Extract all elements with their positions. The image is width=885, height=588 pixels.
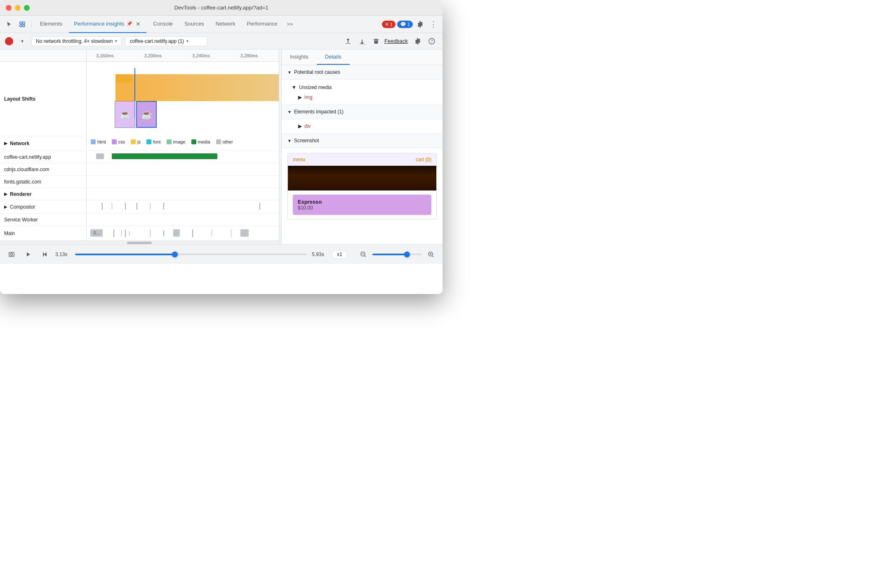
img-link[interactable]: img xyxy=(304,94,312,100)
zoom-in-button[interactable] xyxy=(425,249,437,260)
unsized-media-header[interactable]: ▼ Unsized media xyxy=(292,82,437,93)
legend-font: font xyxy=(146,139,160,144)
service-worker-row: Service Worker xyxy=(0,214,279,226)
settings-button[interactable] xyxy=(414,19,426,30)
dropdown-arrow-icon: ▾ xyxy=(115,39,117,43)
download-button[interactable] xyxy=(356,35,368,47)
screenshot-nav-bar: menu cart (0) xyxy=(288,153,436,166)
compositor-label: ▶ Compositor xyxy=(0,200,87,213)
compositor-ticks xyxy=(87,200,279,212)
potential-arrow-icon: ▼ xyxy=(287,70,292,75)
scrollbar-handle[interactable] xyxy=(127,242,152,244)
cdnjs-data[interactable] xyxy=(87,163,279,174)
tab-performance[interactable]: Performance xyxy=(242,16,282,33)
svg-text:?: ? xyxy=(431,39,433,44)
tab-sources[interactable]: Sources xyxy=(179,16,209,33)
div-link[interactable]: div xyxy=(304,123,311,129)
legend-js: js xyxy=(131,139,141,144)
devtools-toolbar: Elements Performance insights 📌 ✕ Consol… xyxy=(0,16,442,33)
renderer-row: ▶ Renderer xyxy=(0,188,279,200)
svg-point-8 xyxy=(11,253,13,255)
elements-arrow-icon: ▼ xyxy=(287,110,292,114)
layout-shift-box2[interactable]: ☕ xyxy=(136,101,157,128)
tab-close-button[interactable]: ✕ xyxy=(135,21,141,27)
coffee-cart-label: coffee-cart.netlify.app xyxy=(0,151,87,163)
timestamp-2: 3,200ms xyxy=(144,53,162,58)
screenshot-arrow-icon: ▼ xyxy=(287,139,292,143)
renderer-data[interactable] xyxy=(87,188,279,200)
tab-insights[interactable]: Insights xyxy=(282,49,317,65)
time-slider[interactable] xyxy=(75,254,307,255)
elements-impacted-header[interactable]: ▼ Elements impacted (1) xyxy=(282,105,442,119)
dropdown-arrow-button[interactable]: ▾ xyxy=(16,35,28,47)
zoom-slider[interactable] xyxy=(372,254,422,255)
tab-performance-insights[interactable]: Performance insights 📌 ✕ xyxy=(69,16,146,33)
help-button[interactable]: ? xyxy=(426,35,438,47)
html-color xyxy=(91,139,96,144)
more-options-button[interactable]: ⋮ xyxy=(428,19,439,30)
tick-3 xyxy=(125,203,126,209)
main-task-r: R... xyxy=(90,229,103,237)
tab-details[interactable]: Details xyxy=(317,49,350,65)
end-time-label: 5.93s xyxy=(312,252,327,257)
network-legend-row: ▶ Network html css xyxy=(0,136,279,151)
potential-root-causes-header[interactable]: ▼ Potential root causes xyxy=(282,65,442,80)
timeline-scrollbar[interactable] xyxy=(0,241,279,244)
url-dropdown[interactable]: coffee-cart.netlify.app (1) ▾ xyxy=(125,36,207,46)
toolbar-divider xyxy=(31,20,32,28)
close-button[interactable] xyxy=(6,5,12,11)
compositor-expand-icon: ▶ xyxy=(4,205,7,209)
feedback-button[interactable]: Feedback xyxy=(384,38,408,44)
legend-media: media xyxy=(191,139,210,144)
play-button[interactable] xyxy=(22,249,34,260)
renderer-expand-arrow: ▶ xyxy=(4,192,7,196)
url-dropdown-arrow-icon: ▾ xyxy=(186,39,188,43)
window-frame: DevTools - coffee-cart.netlify.app/?ad=1… xyxy=(0,0,442,264)
details-content: ▼ Potential root causes ▼ Unsized media … xyxy=(282,65,442,244)
screenshot-mode-button[interactable] xyxy=(6,249,17,260)
throttling-dropdown[interactable]: No network throttling, 4× slowdown ▾ xyxy=(31,36,122,46)
fonts-data[interactable] xyxy=(87,176,279,186)
inspect-tool-button[interactable] xyxy=(16,19,28,30)
delete-button[interactable] xyxy=(370,35,382,47)
network-bar-green xyxy=(112,153,217,159)
layout-shift-box1[interactable]: ☕ xyxy=(115,101,135,128)
upload-button[interactable] xyxy=(342,35,354,47)
network-row-fonts: fonts.gstatic.com xyxy=(0,176,279,188)
tab-console[interactable]: Console xyxy=(148,16,178,33)
div-link-item: ▶ div xyxy=(292,122,437,131)
timeline-timestamps: 3,160ms 3,200ms 3,240ms 3,280ms xyxy=(87,49,279,61)
main-row: Main R... xyxy=(0,226,279,241)
time-slider-thumb[interactable] xyxy=(172,252,178,257)
layout-shifts-label: Layout Shifts xyxy=(0,62,87,136)
more-tabs-button[interactable]: >> xyxy=(284,19,296,30)
tab-network[interactable]: Network xyxy=(211,16,240,33)
skip-to-start-button[interactable] xyxy=(39,249,50,260)
layout-shifts-data[interactable]: ☕ ☕ xyxy=(87,62,279,136)
screenshot-image-area xyxy=(288,166,436,191)
network-bar-small xyxy=(96,153,104,159)
maximize-button[interactable] xyxy=(24,5,30,11)
info-badge[interactable]: 💬 1 xyxy=(397,21,413,28)
main-data[interactable]: R... xyxy=(87,226,279,240)
main-label: Main xyxy=(0,226,87,240)
coffee-cart-data[interactable] xyxy=(87,151,279,162)
time-slider-fill xyxy=(75,254,175,255)
font-color xyxy=(146,139,151,144)
tab-elements[interactable]: Elements xyxy=(35,16,67,33)
compositor-data[interactable] xyxy=(87,200,279,213)
layout-shifts-row: Layout Shifts ☕ ☕ xyxy=(0,62,279,136)
svg-rect-2 xyxy=(20,25,22,27)
screenshot-header[interactable]: ▼ Screenshot xyxy=(282,134,442,148)
coffee-cup-icon-1: ☕ xyxy=(120,109,131,120)
cursor-tool-button[interactable] xyxy=(3,19,15,30)
minimize-button[interactable] xyxy=(15,5,21,11)
service-worker-data[interactable] xyxy=(87,214,279,226)
zoom-slider-thumb[interactable] xyxy=(404,252,410,257)
record-button[interactable] xyxy=(5,37,13,45)
speed-control[interactable]: x1 xyxy=(332,250,348,259)
settings-icon-button[interactable] xyxy=(412,35,424,47)
zoom-out-button[interactable] xyxy=(358,249,369,260)
unsized-media-arrow-icon: ▼ xyxy=(292,85,297,90)
error-badge[interactable]: ✕ 1 xyxy=(382,21,395,28)
